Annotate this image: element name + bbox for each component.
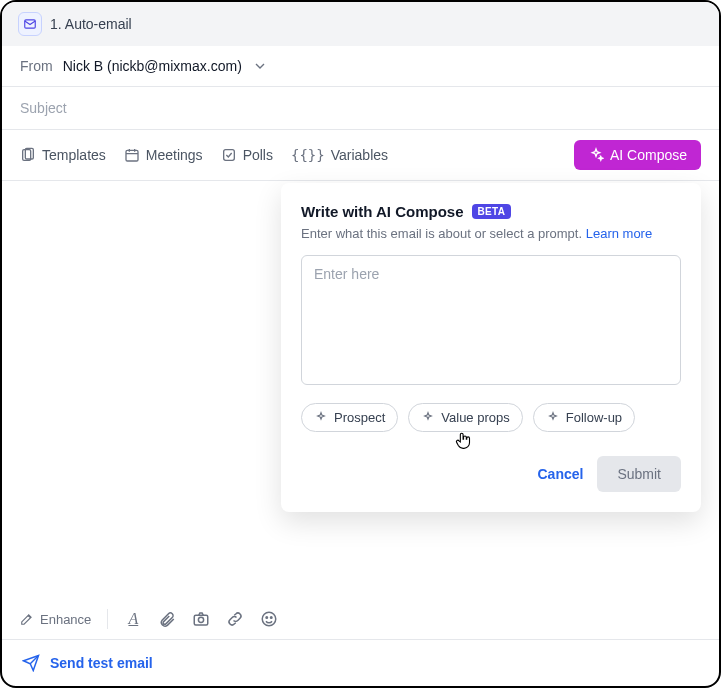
svg-rect-3 — [126, 150, 138, 161]
svg-point-9 — [271, 617, 273, 619]
polls-button[interactable]: Polls — [221, 147, 273, 163]
chip-follow-up-label: Follow-up — [566, 410, 622, 425]
divider — [107, 609, 108, 629]
enhance-label: Enhance — [40, 612, 91, 627]
chip-prospect-label: Prospect — [334, 410, 385, 425]
templates-button[interactable]: Templates — [20, 147, 106, 163]
chip-value-props-label: Value props — [441, 410, 509, 425]
cursor-hand-icon — [453, 429, 475, 453]
from-value: Nick B (nickb@mixmax.com) — [63, 58, 242, 74]
from-label: From — [20, 58, 53, 74]
meetings-label: Meetings — [146, 147, 203, 163]
variables-label: Variables — [331, 147, 388, 163]
sparkle-icon — [421, 411, 435, 425]
polls-label: Polls — [243, 147, 273, 163]
email-stage-icon — [18, 12, 42, 36]
ai-compose-popover: Write with AI Compose BETA Enter what th… — [281, 183, 701, 512]
meetings-button[interactable]: Meetings — [124, 147, 203, 163]
subject-input[interactable] — [20, 100, 701, 116]
enhance-button[interactable]: Enhance — [20, 612, 91, 627]
popover-subtitle: Enter what this email is about or select… — [301, 226, 681, 241]
ai-prompt-input[interactable] — [301, 255, 681, 385]
ai-compose-button[interactable]: AI Compose — [574, 140, 701, 170]
stage-header: 1. Auto-email — [2, 2, 719, 46]
variables-button[interactable]: {{}} Variables — [291, 147, 388, 163]
submit-button[interactable]: Submit — [597, 456, 681, 492]
svg-point-7 — [263, 612, 277, 626]
learn-more-link[interactable]: Learn more — [586, 226, 652, 241]
emoji-icon[interactable] — [260, 610, 278, 628]
chip-value-props[interactable]: Value props — [408, 403, 522, 432]
compose-window: 1. Auto-email From Nick B (nickb@mixmax.… — [0, 0, 721, 688]
footer: Send test email — [2, 639, 719, 686]
text-style-icon[interactable]: A — [124, 610, 142, 628]
ai-compose-label: AI Compose — [610, 147, 687, 163]
cancel-button[interactable]: Cancel — [538, 466, 584, 482]
compose-toolbar: Templates Meetings Polls {{}} Variables … — [2, 130, 719, 181]
link-icon[interactable] — [226, 610, 244, 628]
variables-icon: {{}} — [291, 147, 325, 163]
beta-badge: BETA — [472, 204, 512, 219]
sparkle-icon — [314, 411, 328, 425]
from-row: From Nick B (nickb@mixmax.com) — [2, 46, 719, 87]
stage-title: 1. Auto-email — [50, 16, 132, 32]
svg-rect-4 — [223, 150, 234, 161]
attachment-icon[interactable] — [158, 610, 176, 628]
chevron-down-icon[interactable] — [252, 58, 268, 74]
send-test-label: Send test email — [50, 655, 153, 671]
prompt-chips: Prospect Value props Follow-up — [301, 403, 681, 432]
chip-prospect[interactable]: Prospect — [301, 403, 398, 432]
popover-subtitle-text: Enter what this email is about or select… — [301, 226, 586, 241]
camera-icon[interactable] — [192, 610, 210, 628]
chip-follow-up[interactable]: Follow-up — [533, 403, 635, 432]
email-body-area[interactable]: Write with AI Compose BETA Enter what th… — [2, 181, 719, 599]
templates-label: Templates — [42, 147, 106, 163]
subject-row — [2, 87, 719, 130]
formatting-toolbar: Enhance A — [2, 599, 719, 639]
svg-point-8 — [266, 617, 268, 619]
sparkle-icon — [546, 411, 560, 425]
svg-point-6 — [199, 617, 204, 622]
popover-title: Write with AI Compose — [301, 203, 464, 220]
send-test-email-button[interactable]: Send test email — [22, 654, 153, 672]
